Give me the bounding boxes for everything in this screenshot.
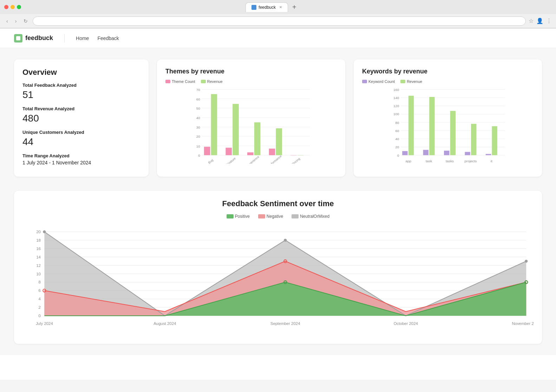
svg-text:60: 60 [395, 129, 399, 133]
back-button[interactable]: ‹ [4, 18, 10, 25]
themes-legend: Theme Count Revenue [165, 79, 337, 84]
stat-label-0: Total Feedback Analyzed [22, 83, 140, 88]
svg-text:0: 0 [397, 153, 399, 157]
svg-text:100: 100 [393, 112, 399, 116]
svg-text:Pricing: Pricing [291, 157, 301, 164]
svg-rect-26 [276, 128, 282, 155]
svg-text:Bug: Bug [207, 158, 214, 164]
svg-text:20: 20 [395, 145, 399, 149]
tab-favicon [251, 5, 256, 10]
svg-text:6: 6 [39, 288, 41, 293]
new-tab-button[interactable]: + [289, 3, 299, 11]
svg-rect-25 [269, 149, 275, 155]
stat-value-0: 51 [22, 89, 140, 100]
svg-text:30: 30 [196, 125, 201, 129]
svg-rect-16 [204, 147, 210, 155]
app: feedbuck Home Feedback Overview Total Fe… [0, 28, 556, 380]
tab-close-icon[interactable]: ✕ [279, 5, 282, 9]
svg-text:2: 2 [39, 305, 41, 309]
overview-title: Overview [22, 68, 140, 77]
neutral-dot-0 [43, 230, 46, 233]
negative-label: Negative [267, 214, 283, 219]
keywords-chart-card: Keywords by revenue Keyword Count Revenu… [354, 59, 542, 177]
svg-text:it: it [491, 159, 492, 163]
svg-text:140: 140 [393, 96, 399, 100]
close-dot[interactable] [4, 5, 8, 9]
themes-legend-revenue: Revenue [201, 79, 223, 84]
svg-text:50: 50 [196, 106, 201, 110]
svg-text:app: app [406, 159, 412, 163]
svg-text:0: 0 [39, 314, 41, 318]
keywords-bar-chart: 0 20 40 60 80 100 120 140 160 [362, 86, 534, 164]
svg-rect-56 [450, 111, 456, 155]
svg-rect-55 [444, 151, 449, 155]
x-label-september: September 2024 [270, 321, 300, 326]
svg-text:40: 40 [196, 116, 201, 120]
svg-rect-61 [486, 154, 491, 155]
logo-icon [14, 34, 22, 43]
neutral-dot-4 [525, 260, 528, 262]
nav-links: Home Feedback [76, 35, 119, 41]
svg-text:projects: projects [465, 159, 477, 163]
positive-legend: Positive [227, 214, 250, 219]
browser-chrome: feedbuck ✕ + ‹ › ↻ ☆ 👤 ⋮ [0, 0, 556, 28]
navbar: feedbuck Home Feedback [0, 28, 556, 48]
cards-row: Overview Total Feedback Analyzed 51 Tota… [14, 59, 542, 177]
svg-rect-59 [471, 124, 476, 155]
maximize-dot[interactable] [17, 5, 21, 9]
profile-icon[interactable]: 👤 [536, 18, 543, 24]
keywords-count-swatch [362, 80, 367, 83]
nav-home[interactable]: Home [76, 35, 89, 41]
keywords-svg: 0 20 40 60 80 100 120 140 160 [362, 86, 534, 164]
themes-bar-chart: 0 10 20 30 40 50 60 70 [165, 86, 337, 164]
overview-card: Overview Total Feedback Analyzed 51 Tota… [14, 59, 149, 177]
main-content: Overview Total Feedback Analyzed 51 Tota… [0, 48, 556, 355]
svg-text:20: 20 [196, 135, 201, 138]
svg-text:20: 20 [36, 230, 41, 234]
logo-text: feedbuck [25, 34, 53, 42]
svg-rect-50 [408, 96, 414, 155]
svg-rect-23 [254, 122, 261, 155]
keywords-revenue-label: Revenue [407, 79, 422, 84]
svg-text:task: task [426, 159, 432, 163]
menu-icon[interactable]: ⋮ [546, 18, 552, 24]
svg-rect-17 [211, 94, 217, 155]
themes-revenue-label: Revenue [207, 79, 223, 84]
negative-swatch [258, 214, 265, 218]
positive-label: Positive [235, 214, 250, 219]
browser-tab[interactable]: feedbuck ✕ [246, 2, 288, 12]
svg-rect-49 [402, 151, 407, 155]
minimize-dot[interactable] [11, 5, 15, 9]
sentiment-svg: 0 2 4 6 8 10 12 14 16 18 20 July 2024 [22, 223, 534, 335]
svg-text:tasks: tasks [446, 159, 454, 163]
logo: feedbuck [14, 34, 65, 43]
reload-button[interactable]: ↻ [21, 18, 30, 25]
keywords-legend: Keyword Count Revenue [362, 79, 534, 84]
forward-button[interactable]: › [13, 18, 19, 25]
svg-rect-28 [290, 155, 297, 156]
star-icon[interactable]: ☆ [529, 18, 534, 24]
svg-text:16: 16 [36, 247, 41, 251]
address-bar[interactable] [33, 17, 526, 26]
neutral-swatch [292, 214, 299, 218]
tab-label: feedbuck [259, 5, 276, 10]
svg-text:40: 40 [395, 137, 399, 141]
svg-text:18: 18 [36, 238, 41, 242]
stat-value-3: 1 July 2024 - 1 November 2024 [22, 160, 140, 165]
svg-text:Experience: Experience [246, 155, 260, 164]
svg-rect-58 [465, 152, 470, 155]
stat-label-3: Time Range Analyzed [22, 153, 140, 158]
nav-feedback[interactable]: Feedback [97, 35, 119, 41]
keywords-chart-title: Keywords by revenue [362, 68, 534, 75]
keywords-legend-count: Keyword Count [362, 79, 395, 84]
svg-text:60: 60 [196, 97, 201, 101]
x-label-august: August 2024 [153, 321, 176, 326]
x-label-november: November 2024 [512, 321, 534, 326]
sentiment-legend: Positive Negative NeutralOrMixed [22, 214, 534, 219]
negative-legend: Negative [258, 214, 283, 219]
svg-text:70: 70 [196, 88, 201, 92]
keywords-legend-revenue: Revenue [400, 79, 422, 84]
svg-rect-62 [492, 126, 497, 155]
svg-text:10: 10 [196, 144, 201, 148]
svg-rect-29 [297, 155, 304, 156]
